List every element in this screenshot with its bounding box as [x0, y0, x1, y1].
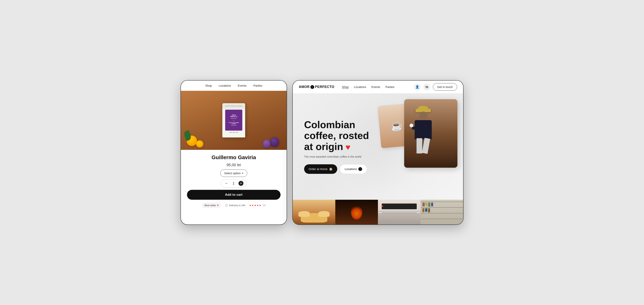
store-sign: [382, 203, 417, 209]
get-in-touch-button[interactable]: Get in touch: [433, 83, 457, 91]
product-price: 95,00 lei: [226, 163, 241, 167]
bag-label: AMORPERFECTODESDE 1997 ♥ JUAN GUILLERMOG…: [225, 110, 242, 131]
bag-top: CAFE TOSTADO EN GRANO: [222, 103, 245, 109]
nav-locations[interactable]: Locations: [219, 84, 231, 87]
hero-content: Colombian coffee, rosted at origin ♥ The…: [293, 119, 392, 174]
nav-shop[interactable]: Shop: [205, 84, 212, 87]
bag-brand: AMORPERFECTODESDE 1997: [230, 114, 237, 119]
brand-logo: AMOR ♥ PERFECTO: [299, 85, 334, 89]
select-option-button[interactable]: Select option ▾: [220, 169, 248, 177]
rating-badge: ★★★★★ 24: [249, 204, 265, 207]
browser-nav-links: Shop Locations Events Parties: [342, 85, 406, 89]
bottom-gallery: [293, 200, 463, 224]
hero-subtitle: The most awarded colombian coffee in the…: [304, 155, 380, 158]
nav-actions: 👤 🛍 Get in touch: [414, 83, 457, 91]
delivery-badge: 🕐 Delivery in 24h: [225, 204, 245, 207]
hero-heart-icon: ♥: [343, 142, 350, 152]
star-icons: ★★★★★: [249, 204, 262, 207]
nav-shop-link[interactable]: Shop: [342, 85, 349, 89]
photo-card-man: [404, 99, 458, 168]
tablet-device: Shop Locations Events Parties CAFE TOSTA…: [180, 80, 287, 225]
headline-line1: Colombian: [304, 119, 355, 130]
best-seller-label: Best seller: [204, 204, 216, 207]
man-image: [404, 99, 458, 168]
add-to-cart-button[interactable]: Add to cart: [187, 190, 280, 200]
tablet-nav: Shop Locations Events Parties: [181, 81, 286, 91]
food-visual: [293, 200, 335, 224]
nav-events[interactable]: Events: [238, 84, 246, 87]
store-visual: [378, 200, 420, 224]
headline-line3: at origin: [304, 141, 343, 152]
quantity-value: 1: [232, 181, 236, 185]
chevron-down-icon: ▾: [242, 172, 243, 175]
order-btn-label: Order at Home: [309, 167, 328, 171]
nav-parties[interactable]: Parties: [253, 84, 262, 87]
nav-parties-link[interactable]: Parties: [386, 85, 394, 89]
hero-buttons: Order at Home 🏠 Locations ♥: [304, 164, 380, 174]
leaf-decoration: [185, 131, 190, 140]
browser-device: AMOR ♥ PERFECTO Shop Locations Events Pa…: [292, 80, 464, 225]
quantity-control: − 1 +: [221, 179, 247, 188]
hero-headline: Colombian coffee, rosted at origin ♥: [304, 119, 380, 152]
location-heart-icon: ♥: [358, 167, 362, 171]
logo-heart-icon: ♥: [310, 85, 314, 89]
gallery-candle-item: [335, 200, 378, 224]
gallery-store-item: [378, 200, 420, 224]
nav-events-link[interactable]: Events: [372, 85, 380, 89]
quantity-decrease-button[interactable]: −: [224, 181, 228, 186]
gallery-shelves-item: [420, 200, 463, 224]
plum-decoration: [270, 137, 279, 147]
home-icon: 🏠: [329, 167, 333, 171]
hero-section: Colombian coffee, rosted at origin ♥ The…: [293, 94, 463, 200]
cart-icon-button[interactable]: 🛍: [423, 84, 430, 90]
product-image: CAFE TOSTADO EN GRANO AMORPERFECTODESDE …: [181, 91, 286, 150]
brand-name-right: PERFECTO: [315, 85, 334, 89]
locations-button[interactable]: Locations ♥: [340, 164, 367, 174]
delivery-label: Delivery in 24h: [229, 204, 245, 207]
best-seller-badge: Best seller ♥: [202, 203, 221, 208]
candle-glow: [351, 204, 362, 220]
quantity-increase-button[interactable]: +: [238, 181, 244, 186]
clock-icon: 🕐: [225, 204, 228, 207]
brand-name-left: AMOR: [299, 85, 310, 89]
bag-bottom: 100% | 100% | 100%: [229, 131, 239, 133]
locations-btn-label: Locations: [345, 167, 357, 171]
user-icon-button[interactable]: 👤: [414, 84, 421, 90]
coffee-bag: CAFE TOSTADO EN GRANO AMORPERFECTODESDE …: [222, 103, 245, 137]
browser-nav: AMOR ♥ PERFECTO Shop Locations Events Pa…: [293, 81, 463, 94]
review-count: 24: [263, 204, 265, 207]
headline-line2: coffee, rosted: [304, 130, 369, 141]
gallery-food-item: [293, 200, 335, 224]
order-at-home-button[interactable]: Order at Home 🏠: [304, 164, 337, 174]
screen-wrapper: Shop Locations Events Parties CAFE TOSTA…: [180, 80, 464, 225]
select-option-label: Select option: [224, 172, 241, 175]
product-info: Guillermo Gaviria 95,00 lei Select optio…: [181, 150, 286, 224]
product-badges: Best seller ♥ 🕐 Delivery in 24h ★★★★★ 24: [202, 203, 265, 208]
shelves-visual: [420, 200, 463, 224]
nav-locations-link[interactable]: Locations: [354, 85, 366, 89]
product-name: Guillermo Gaviria: [212, 154, 256, 160]
candle-visual: [335, 200, 378, 224]
heart-icon: ♥: [217, 204, 218, 207]
hero-images: ☕: [383, 94, 463, 200]
